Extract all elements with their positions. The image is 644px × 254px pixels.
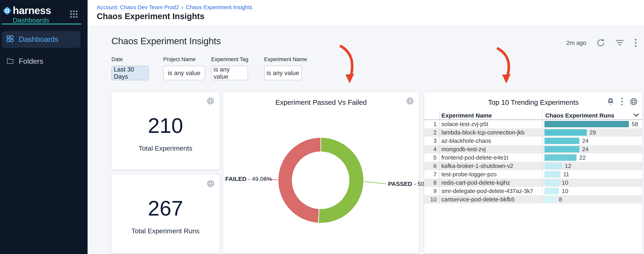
column-header-experiment-name[interactable]: Experiment Name bbox=[442, 112, 492, 119]
filter-date-chip[interactable]: Last 30 Days bbox=[112, 66, 149, 80]
refresh-icon[interactable] bbox=[597, 39, 605, 47]
total-experiments-card: 210 Total Experiments bbox=[112, 92, 220, 169]
passed-failed-donut-chart bbox=[223, 92, 419, 253]
filter-icon[interactable] bbox=[615, 39, 624, 46]
runs-bar[interactable] bbox=[544, 121, 629, 127]
sidebar-header: harness Dashboards bbox=[0, 0, 88, 25]
experiment-name[interactable]: cartservice-pod-delete-bkfb5 bbox=[440, 196, 542, 203]
globe-icon[interactable] bbox=[206, 97, 215, 105]
runs-bar-cell: 22 bbox=[542, 154, 642, 161]
row-index: 6 bbox=[424, 163, 440, 169]
runs-bar[interactable] bbox=[544, 171, 560, 177]
runs-bar-cell: 10 bbox=[542, 179, 642, 186]
module-name: Dashboards bbox=[13, 16, 49, 24]
row-index: 3 bbox=[424, 138, 440, 144]
experiment-name[interactable]: smr-delegate-pod-delete-437az-3k7 bbox=[440, 188, 542, 194]
table-row[interactable]: 6kafka-broker-1-shutdown-v212 bbox=[424, 162, 642, 170]
globe-icon[interactable] bbox=[206, 179, 215, 188]
experiment-name[interactable]: test-probe-logger-pzo bbox=[440, 171, 542, 178]
passed-vs-failed-card: Experiment Passed Vs Failed FAILED - 49.… bbox=[223, 92, 419, 253]
globe-icon[interactable] bbox=[629, 97, 638, 106]
filter-experiment-name-chip[interactable]: is any value bbox=[264, 66, 302, 80]
table-row[interactable]: 9smr-delegate-pod-delete-437az-3k710 bbox=[424, 187, 642, 195]
filter-project-name-chip[interactable]: is any value bbox=[163, 66, 205, 80]
runs-bar[interactable] bbox=[544, 196, 556, 203]
sidebar-item-label: Folders bbox=[19, 57, 43, 66]
table-row[interactable]: 5frontend-pod-delete-e4e1t22 bbox=[424, 153, 642, 162]
sidebar-item-dashboards[interactable]: Dashboards bbox=[2, 31, 80, 48]
breadcrumb-current-link[interactable]: Chaos Experiment Insights bbox=[186, 4, 252, 11]
table-row[interactable]: 8redis-cart-pod-delete-kqihz10 bbox=[424, 178, 642, 187]
table-row[interactable]: 10cartservice-pod-delete-bkfb58 bbox=[424, 195, 642, 204]
kebab-menu-icon[interactable] bbox=[621, 98, 623, 106]
donut-slice-failed[interactable] bbox=[278, 137, 321, 223]
runs-bar[interactable] bbox=[544, 129, 587, 136]
runs-bar[interactable] bbox=[544, 154, 576, 161]
trending-experiments-card: Top 10 Trending Experiments bbox=[424, 92, 642, 253]
experiment-name[interactable]: az-blackhole-chaos bbox=[440, 138, 542, 144]
donut-slice-passed[interactable] bbox=[318, 137, 364, 223]
runs-value: 10 bbox=[562, 188, 568, 194]
runs-bar[interactable] bbox=[544, 138, 579, 144]
runs-bar[interactable] bbox=[544, 163, 562, 169]
runs-value: 58 bbox=[632, 121, 638, 127]
passed-label-name: PASSED bbox=[388, 180, 412, 187]
filter-experiment-tag-chip[interactable]: is any value bbox=[211, 66, 248, 80]
annotation-arrowhead bbox=[502, 74, 511, 84]
total-experiment-runs-card: 267 Total Experiment Runs bbox=[112, 175, 220, 253]
experiment-name[interactable]: solace-test-zvj-p5t bbox=[440, 121, 542, 127]
row-index: 5 bbox=[424, 154, 440, 161]
runs-bar-cell: 24 bbox=[542, 138, 642, 144]
failed-label-pct: - 49.06% bbox=[246, 175, 272, 182]
experiment-name[interactable]: redis-cart-pod-delete-kqihz bbox=[440, 179, 542, 186]
sidebar-nav: Dashboards Folders bbox=[0, 31, 88, 75]
experiment-name[interactable]: lambda-block-tcp-connection-jkb bbox=[440, 129, 542, 136]
breadcrumb-account-link[interactable]: Account: Chaos Dev Team Prod2 bbox=[97, 4, 179, 11]
experiment-name[interactable]: frontend-pod-delete-e4e1t bbox=[440, 154, 542, 161]
page-title: Chaos Experiment Insights bbox=[97, 12, 204, 21]
breadcrumb: Account: Chaos Dev Team Prod2 › Chaos Ex… bbox=[97, 4, 252, 11]
experiment-name[interactable]: kafka-broker-1-shutdown-v2 bbox=[440, 163, 542, 169]
row-index: 9 bbox=[424, 188, 440, 194]
annotation-arrow bbox=[341, 46, 352, 77]
bell-plus-icon[interactable] bbox=[606, 97, 614, 106]
runs-value: 24 bbox=[582, 146, 588, 153]
runs-bar[interactable] bbox=[544, 146, 579, 152]
filter-experiment-name: Experiment Name is any value bbox=[264, 56, 307, 80]
table-column-divider bbox=[542, 111, 542, 204]
runs-bar[interactable] bbox=[544, 188, 559, 194]
table-row[interactable]: 3az-blackhole-chaos24 bbox=[424, 137, 642, 145]
table-row[interactable]: 7test-probe-logger-pzo11 bbox=[424, 170, 642, 178]
runs-value: 8 bbox=[559, 196, 562, 203]
runs-value: 12 bbox=[565, 163, 571, 169]
column-header-chaos-experiment-runs[interactable]: Chaos Experiment Runs bbox=[545, 112, 614, 119]
runs-bar-cell: 58 bbox=[542, 121, 642, 127]
filter-label: Experiment Tag bbox=[211, 56, 248, 63]
sidebar-item-folders[interactable]: Folders bbox=[2, 53, 80, 70]
kebab-menu-icon[interactable] bbox=[634, 39, 637, 47]
folder-icon bbox=[6, 57, 14, 66]
runs-bar-cell: 11 bbox=[542, 171, 642, 178]
experiment-name[interactable]: mongodb-test-zvj bbox=[440, 146, 542, 153]
failed-slice-label: FAILED - 49.06% bbox=[225, 175, 263, 182]
total-experiments-label: Total Experiments bbox=[112, 144, 220, 152]
table-row[interactable]: 1solace-test-zvj-p5t58 bbox=[424, 120, 642, 128]
row-index: 2 bbox=[424, 129, 440, 136]
filter-label: Date bbox=[112, 56, 149, 63]
chevron-down-icon[interactable] bbox=[633, 113, 639, 118]
runs-bar-cell: 10 bbox=[542, 188, 642, 194]
dashboard-content: Chaos Experiment Insights 2m ago bbox=[88, 27, 644, 254]
table-row[interactable]: 4mongodb-test-zvj24 bbox=[424, 145, 642, 153]
annotation-arrow bbox=[498, 49, 509, 76]
page-header: Account: Chaos Dev Team Prod2 › Chaos Ex… bbox=[88, 0, 644, 27]
last-refreshed-text: 2m ago bbox=[566, 40, 586, 46]
apps-grid-icon[interactable] bbox=[69, 10, 78, 19]
row-index: 10 bbox=[424, 196, 440, 203]
table-row[interactable]: 2lambda-block-tcp-connection-jkb29 bbox=[424, 128, 642, 137]
row-index: 7 bbox=[424, 171, 440, 178]
harness-logo-icon[interactable] bbox=[2, 6, 12, 17]
runs-bar[interactable] bbox=[544, 179, 559, 186]
runs-value: 24 bbox=[582, 138, 588, 144]
runs-value: 11 bbox=[563, 171, 569, 178]
annotation-arrowhead bbox=[346, 74, 354, 83]
